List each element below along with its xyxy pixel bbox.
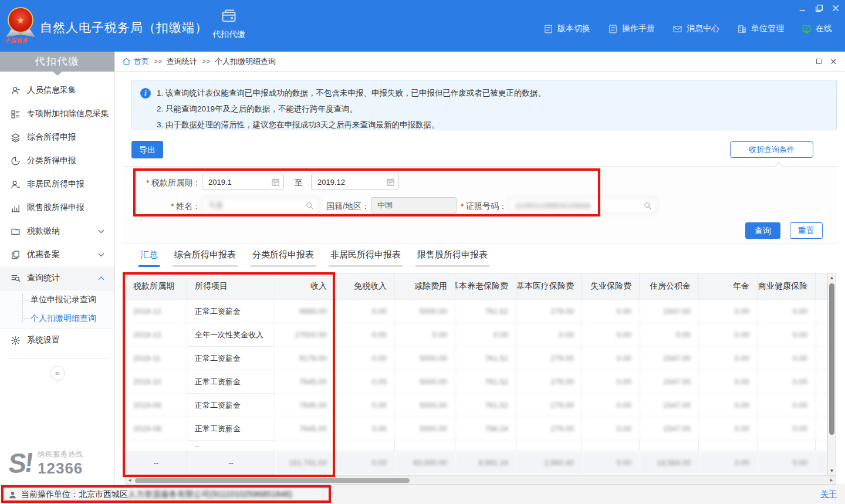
reset-button[interactable]: 重置 xyxy=(790,222,823,239)
sidebar-item-special-deduction-info[interactable]: 专项附加扣除信息采集 xyxy=(0,102,114,126)
nationality-input[interactable] xyxy=(371,197,457,214)
table-cell: 8,991.16 xyxy=(455,451,516,475)
table-cell xyxy=(275,441,335,451)
user-icon xyxy=(8,491,17,499)
sidebar-item-label: 非居民所得申报 xyxy=(27,179,84,190)
vertical-scrollbar[interactable]: ▲ ▼ xyxy=(827,273,836,476)
sidebar-item-nonresident-income[interactable]: 非居民所得申报 xyxy=(0,172,114,196)
table-cell: 0.00 xyxy=(699,300,758,323)
minimize-button[interactable] xyxy=(798,4,807,13)
panel-restore-icon[interactable] xyxy=(816,59,822,64)
table-cell: 0.00 xyxy=(335,323,395,347)
column-header-5: 基本养老保险费 xyxy=(455,273,516,300)
table-cell: 279.00 xyxy=(516,300,582,323)
sidebar-item-label: 人员信息采集 xyxy=(27,85,76,96)
tab-restricted[interactable]: 限售股所得申报表 xyxy=(415,249,489,267)
column-header-3: 免税收入 xyxy=(335,273,395,300)
table-row: .. xyxy=(126,441,827,451)
table-header-row: 税款所属期所得项目收入免税收入减除费用基本养老保险费基本医疗保险费失业保险费住房… xyxy=(126,273,827,300)
sidebar-item-classified-income[interactable]: 分类所得申报 xyxy=(0,149,114,172)
table-cell: 0.00 xyxy=(816,370,827,394)
calendar-icon[interactable] xyxy=(386,178,395,187)
table-cell: 5000.00 xyxy=(395,347,455,370)
topmenu-item-unit-management[interactable]: 单位管理 xyxy=(737,23,784,34)
table-cell: 0.00 xyxy=(582,323,640,347)
table-cell: 2019-08 xyxy=(126,417,187,441)
sidebar-item-comprehensive-income[interactable]: 综合所得申报 xyxy=(0,126,114,149)
panel-caret xyxy=(775,162,784,171)
horizontal-scroll-thumb[interactable] xyxy=(135,478,410,483)
table-row: 2019-12全年一次性奖金收入27500.000.000.000.000.00… xyxy=(126,323,827,347)
sidebar-item-tax-payment[interactable]: 税款缴纳 xyxy=(0,219,114,243)
horizontal-scrollbar[interactable]: ◄ ► xyxy=(125,476,836,485)
calendar-icon[interactable] xyxy=(271,178,280,187)
home-icon[interactable] xyxy=(122,57,131,66)
table-cell: 0.00 xyxy=(395,323,455,347)
person-icon xyxy=(11,86,21,96)
sidebar-item-preference-filing[interactable]: 优惠备案 xyxy=(0,243,114,266)
module-tab-withholding[interactable]: 代扣代缴 xyxy=(204,8,254,50)
table-row: 2019-11正常工资薪金9178.000.005000.00761.52279… xyxy=(126,347,827,370)
table-cell: 0.00 xyxy=(640,323,699,347)
scroll-down-arrow-icon[interactable]: ▼ xyxy=(828,468,836,473)
topmenu-item-online-status[interactable]: 在线 xyxy=(802,23,832,34)
column-header-6: 基本医疗保险费 xyxy=(516,273,582,300)
form-list-icon xyxy=(11,109,21,119)
about-link[interactable]: 关于 xyxy=(820,489,837,500)
sidebar-item-label: 专项附加扣除信息采集 xyxy=(27,109,109,119)
search-icon[interactable] xyxy=(305,201,314,210)
table-cell xyxy=(640,441,699,451)
scroll-left-arrow-icon[interactable]: ◄ xyxy=(127,478,132,483)
topmenu-item-version-switch[interactable]: 版本切换 xyxy=(543,23,590,34)
table-cell: 5000.00 xyxy=(395,370,455,394)
sidebar-subitem-personal-withholding-detail-query[interactable]: 个人扣缴明细查询 xyxy=(0,309,114,328)
vertical-scroll-thumb[interactable] xyxy=(829,283,834,435)
sidebar-item-label: 限售股所得申报 xyxy=(27,202,84,213)
restore-button[interactable] xyxy=(814,4,824,13)
pie-icon xyxy=(11,156,21,166)
person-doc-icon xyxy=(11,180,21,190)
topmenu-item-manual[interactable]: 操作手册 xyxy=(608,23,655,34)
doc-icon xyxy=(608,24,618,34)
sidebar-subitem-unit-declare-record-query[interactable]: 单位申报记录查询 xyxy=(0,290,114,309)
sidebar-collapse-button[interactable]: « xyxy=(50,366,65,381)
table-cell xyxy=(758,441,816,451)
id-number-input[interactable] xyxy=(508,197,657,214)
chevron-down-icon xyxy=(96,226,106,236)
close-button[interactable] xyxy=(831,4,840,13)
tab-summary[interactable]: 汇总 xyxy=(138,249,160,267)
tab-nonresident[interactable]: 非居民所得申报表 xyxy=(329,249,403,267)
topmenu-item-message-center[interactable]: 消息中心 xyxy=(672,23,719,34)
query-form-panel: 税款所属期： 至 姓名： 国籍/地区： 证照号码： 查询 xyxy=(123,166,838,243)
collapse-query-button[interactable]: 收折查询条件 xyxy=(730,141,813,158)
tab-comprehensive[interactable]: 综合所得申报表 xyxy=(173,249,238,267)
panel-close-icon[interactable]: ✕ xyxy=(830,57,837,66)
table-cell: 2019-09 xyxy=(126,394,187,417)
table-cell: 5000.00 xyxy=(395,394,455,417)
sidebar-item-system-settings[interactable]: 系统设置 xyxy=(0,329,114,352)
sidebar-item-label: 综合所得申报 xyxy=(27,132,76,143)
search-icon[interactable] xyxy=(643,201,652,210)
scroll-up-arrow-icon[interactable]: ▲ xyxy=(828,275,836,280)
table-cell: 5000.00 xyxy=(395,300,455,323)
table-cell: 0.00 xyxy=(335,451,395,475)
breadcrumb-home-link[interactable]: 首页 xyxy=(134,56,149,67)
query-button[interactable]: 查询 xyxy=(745,222,780,239)
sidebar-item-personnel-info[interactable]: 人员信息采集 xyxy=(0,79,114,102)
column-header-0: 税款所属期 xyxy=(126,273,187,300)
sidebar-item-query-statistics[interactable]: 查询统计 xyxy=(0,266,114,290)
hotline-label: 纳税服务热线 xyxy=(38,450,83,458)
name-input[interactable] xyxy=(202,197,319,214)
export-button[interactable]: 导出 xyxy=(131,141,163,158)
sidebar-item-restricted-shares[interactable]: 限售股所得申报 xyxy=(0,196,114,219)
notice-line-3: 3. 由于数据处理的滞后性，建议您在申报成功3天之后再来查询最新的申报数据。 xyxy=(157,117,829,133)
logo-caption: 中国税务 xyxy=(5,37,36,45)
breadcrumb-item-current-page: 个人扣缴明细查询 xyxy=(215,56,276,67)
tab-classified[interactable]: 分类所得申报表 xyxy=(251,249,316,267)
table-cell: 0.00 xyxy=(816,323,827,347)
search-list-icon xyxy=(11,273,21,283)
table-cell: 0.00 xyxy=(335,300,395,323)
table-row: 2019-10正常工资薪金7645.000.005000.00761.52279… xyxy=(126,370,827,394)
table-cell: 5000.00 xyxy=(395,417,455,441)
scroll-right-arrow-icon[interactable]: ► xyxy=(829,478,834,483)
